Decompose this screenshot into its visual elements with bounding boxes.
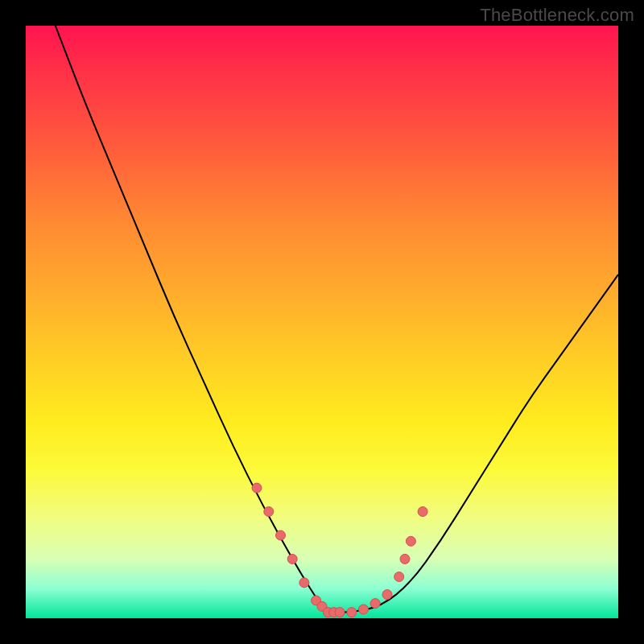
marker-point	[370, 599, 380, 609]
marker-point	[347, 608, 357, 617]
plot-area	[26, 26, 618, 618]
marker-point	[264, 507, 274, 517]
watermark-text: TheBottleneck.com	[480, 5, 634, 26]
marker-point	[276, 530, 286, 540]
marker-point	[299, 578, 309, 588]
marker-point	[394, 572, 404, 582]
marker-point	[335, 608, 345, 617]
marker-point	[382, 590, 392, 600]
bottleneck-curve	[56, 26, 618, 613]
marker-point	[252, 483, 262, 493]
outer-frame: TheBottleneck.com	[0, 0, 644, 644]
curve-svg	[26, 26, 618, 618]
marker-group	[252, 483, 427, 617]
marker-point	[287, 554, 297, 564]
marker-point	[359, 605, 369, 614]
marker-point	[400, 554, 410, 564]
marker-point	[418, 507, 427, 517]
marker-point	[406, 536, 415, 546]
